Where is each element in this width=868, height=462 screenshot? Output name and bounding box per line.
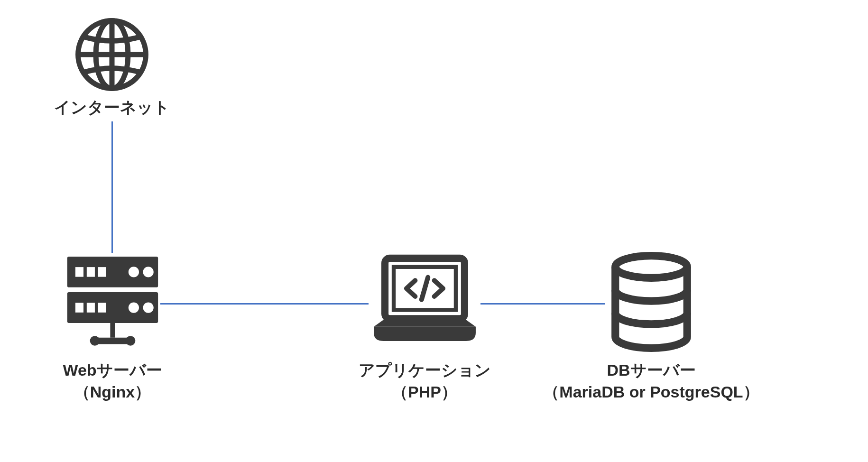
database-icon	[604, 251, 699, 356]
db-server-label-main: DBサーバー	[543, 360, 759, 381]
svg-rect-7	[94, 338, 130, 344]
svg-point-23	[615, 256, 687, 278]
web-server-label-main: Webサーバー	[63, 360, 162, 381]
web-server-label: Webサーバー （Nginx）	[63, 360, 162, 403]
node-application: アプリケーション （PHP）	[353, 251, 496, 403]
svg-line-22	[421, 277, 427, 300]
svg-point-19	[143, 302, 153, 313]
svg-point-9	[125, 336, 135, 346]
laptop-code-icon	[369, 251, 480, 356]
svg-point-13	[128, 267, 139, 277]
internet-label-main: インターネット	[54, 97, 170, 119]
server-icon	[64, 251, 161, 356]
svg-rect-17	[98, 303, 106, 313]
application-label: アプリケーション （PHP）	[359, 360, 491, 403]
node-db-server: DBサーバー （MariaDB or PostgreSQL）	[545, 251, 758, 403]
svg-point-8	[90, 336, 99, 346]
svg-rect-12	[98, 267, 106, 277]
svg-rect-10	[75, 267, 83, 277]
node-internet: インターネット	[65, 14, 159, 119]
application-label-sub: （PHP）	[359, 381, 491, 403]
svg-rect-15	[75, 303, 83, 313]
connector-internet-web	[111, 121, 113, 253]
application-label-main: アプリケーション	[359, 360, 491, 381]
db-server-label-sub: （MariaDB or PostgreSQL）	[543, 381, 759, 403]
node-web-server: Webサーバー （Nginx）	[56, 251, 169, 403]
internet-label: インターネット	[54, 97, 170, 119]
connector-web-app	[160, 303, 369, 305]
db-server-label: DBサーバー （MariaDB or PostgreSQL）	[543, 360, 759, 403]
svg-rect-11	[86, 267, 94, 277]
svg-rect-16	[86, 303, 94, 313]
globe-icon	[72, 14, 152, 95]
architecture-diagram: インターネット	[0, 0, 868, 462]
svg-rect-6	[110, 323, 115, 338]
svg-point-18	[128, 302, 139, 313]
web-server-label-sub: （Nginx）	[63, 381, 162, 403]
svg-point-14	[143, 267, 153, 277]
